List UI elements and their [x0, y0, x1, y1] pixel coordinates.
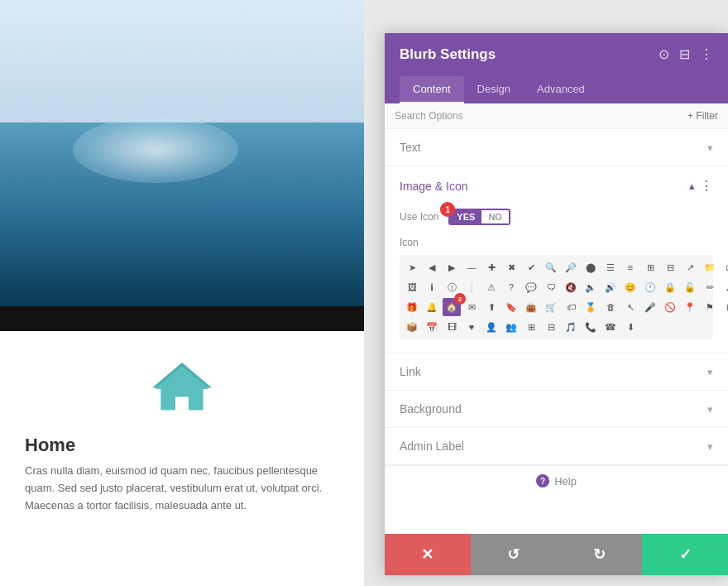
icon-box[interactable]: 📦 — [403, 318, 421, 336]
redo-button[interactable]: ↻ — [557, 534, 643, 575]
home-title: Home — [25, 435, 339, 456]
icon-plus[interactable]: ✚ — [482, 258, 500, 276]
icon-folder2[interactable]: 🗂 — [721, 258, 728, 276]
icon-bell[interactable]: 🔔 — [423, 298, 441, 316]
icon-cursor[interactable]: ↖ — [621, 298, 639, 316]
use-icon-toggle[interactable]: YES NO — [448, 209, 510, 225]
icon-close[interactable]: ✖ — [502, 258, 520, 276]
search-bar: Search Options + Filter — [385, 103, 728, 129]
tab-advanced[interactable]: Advanced — [524, 76, 598, 104]
panel-tabs: Content Design Advanced — [385, 76, 728, 103]
tab-content[interactable]: Content — [400, 76, 464, 104]
icon-mic[interactable]: 🎤 — [641, 298, 659, 316]
icon-speech2[interactable]: 🗨 — [542, 278, 560, 296]
icon-cart[interactable]: 🛒 — [542, 298, 560, 316]
icon-list2[interactable]: ≡ — [621, 258, 639, 276]
icon-heart[interactable]: ♥ — [462, 318, 481, 336]
columns-icon[interactable]: ⊟ — [679, 48, 690, 61]
icon-dot[interactable]: ⬤ — [582, 258, 600, 276]
icon-phone[interactable]: 📞 — [582, 318, 600, 336]
icon-table[interactable]: ⊞ — [721, 298, 728, 316]
cancel-button[interactable]: ✕ — [385, 534, 471, 575]
icon-flag[interactable]: ⚑ — [701, 298, 719, 316]
save-button[interactable]: ✓ — [642, 534, 728, 575]
icon-home[interactable]: 🏠 2 — [443, 298, 461, 316]
icon-apps[interactable]: ⊞ — [522, 318, 540, 336]
icon-check[interactable]: ✔ — [522, 258, 540, 276]
icon-grid2[interactable]: ⊞ — [641, 258, 659, 276]
icon-label[interactable]: 🏅 — [582, 298, 600, 316]
icon-search2[interactable]: 🔎 — [562, 258, 580, 276]
dark-bar — [0, 306, 364, 331]
tab-design[interactable]: Design — [464, 76, 524, 104]
icon-no[interactable]: 🚫 — [661, 298, 679, 316]
help-row[interactable]: ? Help — [385, 465, 728, 496]
text-section-header[interactable]: Text ▾ — [385, 129, 728, 166]
icon-upload[interactable]: ⬆ — [482, 298, 500, 316]
icon-arrow-ne[interactable]: ↗ — [681, 258, 699, 276]
admin-label-section: Admin Label ▾ — [385, 428, 728, 465]
image-icon-section-content: Use Icon 1 YES NO Icon ➤ ◀ ▶ — [385, 205, 728, 353]
icon-tag2[interactable]: 🏷 — [562, 298, 580, 316]
more-icon[interactable]: ⋮ — [700, 48, 713, 61]
icon-grid4[interactable]: ⊟ — [542, 318, 560, 336]
icon-calendar[interactable]: 📅 — [423, 318, 441, 336]
icon-excl[interactable]: ❕ — [462, 278, 481, 296]
icon-gift[interactable]: 🎁 — [403, 298, 421, 316]
help-label: Help — [554, 475, 577, 488]
icon-volume2[interactable]: 🔊 — [601, 278, 620, 296]
filter-button[interactable]: + Filter — [687, 110, 718, 122]
icon-person[interactable]: 👤 — [482, 318, 500, 336]
undo-button[interactable]: ↺ — [471, 534, 557, 575]
background-section-header[interactable]: Background ▾ — [385, 391, 728, 427]
icon-pin[interactable]: 📍 — [681, 298, 699, 316]
icon-trash[interactable]: 🗑 — [601, 298, 620, 316]
help-icon: ? — [536, 474, 549, 488]
link-section-header[interactable]: Link ▾ — [385, 353, 728, 390]
icon-unlock[interactable]: 🔓 — [681, 278, 699, 296]
icon-minus[interactable]: — — [462, 258, 481, 276]
ocean-foam — [73, 117, 238, 183]
icon-pencil[interactable]: ✏ — [701, 278, 719, 296]
icon-image[interactable]: 🖼 — [403, 278, 421, 296]
icon-play[interactable]: ▶ — [443, 258, 461, 276]
icon-arrow-left[interactable]: ◀ — [423, 258, 441, 276]
icon-bookmark[interactable]: 🔖 — [502, 298, 520, 316]
icon-smile[interactable]: 😊 — [621, 278, 639, 296]
icon-volume[interactable]: 🔈 — [582, 278, 600, 296]
icon-mute[interactable]: 🔇 — [562, 278, 580, 296]
toggle-yes[interactable]: YES — [450, 210, 481, 223]
icon-list[interactable]: ☰ — [601, 258, 620, 276]
icon-music[interactable]: 🎵 — [562, 318, 580, 336]
icon-search-mag[interactable]: 🔍 — [542, 258, 560, 276]
icon-phone2[interactable]: ☎ — [601, 318, 620, 336]
background-chevron-icon: ▾ — [707, 403, 713, 415]
image-icon-menu-icon[interactable]: ⋮ — [700, 178, 713, 194]
background-section-title: Background — [400, 402, 462, 415]
image-icon-section-header[interactable]: Image & Icon ▴ ⋮ — [385, 166, 728, 205]
icon-people[interactable]: 👥 — [502, 318, 520, 336]
settings-icon[interactable]: ⊙ — [659, 48, 669, 61]
link-section-title: Link — [400, 365, 421, 378]
icon-cloud[interactable]: ☁ — [721, 278, 728, 296]
icon-film[interactable]: 🎞 — [443, 318, 461, 336]
icon-lock[interactable]: 🔒 — [661, 278, 679, 296]
icon-info[interactable]: ℹ — [423, 278, 441, 296]
icon-question[interactable]: ? — [502, 278, 520, 296]
icon-download[interactable]: ⬇ — [621, 318, 639, 336]
toggle-no[interactable]: NO — [481, 210, 509, 223]
icon-mail[interactable]: ✉ — [462, 298, 481, 316]
icon-arrow-right[interactable]: ➤ — [403, 258, 421, 276]
icon-folder[interactable]: 📁 — [701, 258, 719, 276]
ocean-image — [0, 0, 364, 306]
icon-bag[interactable]: 👜 — [522, 298, 540, 316]
icon-grid3[interactable]: ⊟ — [661, 258, 679, 276]
admin-label-section-header[interactable]: Admin Label ▾ — [385, 428, 728, 464]
icon-warning[interactable]: ⚠ — [482, 278, 500, 296]
icon-clock[interactable]: 🕐 — [641, 278, 659, 296]
home-svg-icon — [149, 356, 215, 422]
panel-header-icons: ⊙ ⊟ ⋮ — [659, 48, 713, 61]
image-icon-chevron-up: ▴ — [689, 180, 695, 192]
icon-speech[interactable]: 💬 — [522, 278, 540, 296]
link-section: Link ▾ — [385, 353, 728, 391]
